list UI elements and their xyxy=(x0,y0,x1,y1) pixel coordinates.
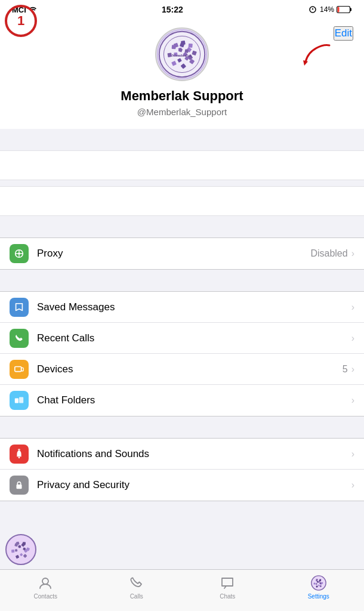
gap-4 xyxy=(0,270,364,291)
edit-button[interactable]: Edit xyxy=(334,26,353,41)
tab-settings[interactable]: Settings xyxy=(273,575,365,600)
devices-item[interactable]: Devices 5 › xyxy=(0,354,364,385)
contacts-icon xyxy=(38,575,53,591)
svg-rect-61 xyxy=(11,550,14,553)
status-time: 15:22 xyxy=(162,5,183,14)
tab-contacts[interactable]: Contacts xyxy=(0,575,91,600)
battery-indicator: 14% xyxy=(308,5,352,14)
chat-folders-chevron: › xyxy=(351,395,354,406)
svg-rect-13 xyxy=(189,44,193,48)
svg-rect-34 xyxy=(21,368,24,371)
contacts-tab-label: Contacts xyxy=(34,593,57,600)
tab-chats[interactable]: Chats xyxy=(182,575,273,600)
svg-text:Memberlak: Memberlak xyxy=(172,53,192,57)
devices-value: 5 xyxy=(343,364,348,375)
profile-username: @Memberlak_Support xyxy=(137,107,227,117)
proxy-value: Disabled xyxy=(310,248,347,259)
privacy-icon-wrap xyxy=(10,476,29,495)
svg-rect-35 xyxy=(15,398,18,403)
calls-tab-label: Calls xyxy=(130,593,143,600)
privacy-chevron: › xyxy=(351,480,354,490)
notifications-icon xyxy=(14,449,24,459)
battery-text: 14% xyxy=(320,5,334,14)
devices-chevron: › xyxy=(351,364,354,375)
recent-calls-label: Recent Calls xyxy=(37,332,351,344)
svg-rect-46 xyxy=(313,583,315,585)
main-content: Edit xyxy=(0,18,364,569)
proxy-icon-wrap xyxy=(10,244,29,263)
chat-folders-icon xyxy=(14,395,24,406)
notifications-section: Notifications and Sounds › Privacy and S… xyxy=(0,438,364,501)
privacy-icon xyxy=(14,480,24,490)
saved-messages-chevron: › xyxy=(351,302,354,313)
recent-calls-item[interactable]: Recent Calls › xyxy=(0,323,364,354)
gap-5 xyxy=(0,416,364,438)
chat-folders-icon-wrap xyxy=(10,391,29,410)
svg-rect-6 xyxy=(338,7,340,13)
blank-section-1 xyxy=(0,150,364,180)
calls-tab-svg xyxy=(129,575,144,591)
settings-tab-icon xyxy=(310,575,327,591)
svg-point-40 xyxy=(311,576,326,590)
status-bar: MCI 15:22 14% xyxy=(0,0,364,18)
svg-rect-68 xyxy=(15,549,18,552)
proxy-section: Proxy Disabled › xyxy=(0,237,364,270)
location-icon xyxy=(308,5,317,14)
svg-marker-7 xyxy=(303,60,308,66)
notifications-label: Notifications and Sounds xyxy=(37,448,351,460)
svg-point-55 xyxy=(6,535,36,564)
devices-icon-wrap xyxy=(10,360,29,379)
saved-messages-icon-wrap xyxy=(10,298,29,317)
phone-frame: 1 MCI 15:22 14% xyxy=(0,0,364,611)
chats-icon xyxy=(220,575,235,591)
proxy-icon xyxy=(14,248,24,259)
tab-bar: Contacts Calls Chats xyxy=(0,569,364,611)
settings-avatar-icon xyxy=(310,574,327,592)
proxy-chevron: › xyxy=(351,248,354,259)
notifications-icon-wrap xyxy=(10,445,29,464)
notifications-item[interactable]: Notifications and Sounds › xyxy=(0,439,364,470)
gap-2 xyxy=(0,180,364,186)
contacts-tab-icon xyxy=(37,575,54,591)
gap-1 xyxy=(0,129,364,150)
svg-rect-18 xyxy=(167,53,172,57)
svg-text:1: 1 xyxy=(17,13,24,28)
calls-icon xyxy=(14,333,24,344)
settings-tab-label: Settings xyxy=(308,593,329,600)
chats-tab-icon xyxy=(219,575,236,591)
battery-icon xyxy=(337,5,352,14)
chats-tab-label: Chats xyxy=(220,593,235,600)
svg-rect-5 xyxy=(350,8,352,11)
svg-point-32 xyxy=(18,252,20,255)
tab-calls[interactable]: Calls xyxy=(91,575,183,600)
profile-avatar: Memberlak xyxy=(155,27,209,81)
blank-section-2 xyxy=(0,186,364,216)
gap-3 xyxy=(0,216,364,237)
devices-icon xyxy=(14,364,24,375)
svg-rect-33 xyxy=(15,366,21,371)
proxy-item[interactable]: Proxy Disabled › xyxy=(0,238,364,269)
calls-tab-icon xyxy=(128,575,145,591)
main-settings-section: Saved Messages › Recent Calls › xyxy=(0,291,364,416)
saved-messages-icon xyxy=(14,302,24,313)
svg-rect-36 xyxy=(19,397,23,403)
svg-point-37 xyxy=(18,456,20,458)
chat-folders-item[interactable]: Chat Folders › xyxy=(0,385,364,416)
privacy-label: Privacy and Security xyxy=(37,479,351,491)
privacy-item[interactable]: Privacy and Security › xyxy=(0,470,364,501)
recent-calls-chevron: › xyxy=(351,333,354,344)
saved-messages-item[interactable]: Saved Messages › xyxy=(0,292,364,323)
profile-name: Memberlak Support xyxy=(121,88,243,104)
profile-header: Edit xyxy=(0,18,364,129)
watermark-logo xyxy=(5,533,38,566)
watermark xyxy=(5,533,38,566)
saved-messages-label: Saved Messages xyxy=(37,301,351,313)
annotation-arrow xyxy=(300,39,335,69)
chat-folders-label: Chat Folders xyxy=(37,394,351,406)
devices-label: Devices xyxy=(37,363,343,375)
svg-rect-19 xyxy=(172,45,176,49)
svg-point-39 xyxy=(42,578,48,584)
avatar-image: Memberlak xyxy=(156,29,208,80)
step-badge: 1 xyxy=(5,5,37,37)
proxy-label: Proxy xyxy=(37,248,310,260)
